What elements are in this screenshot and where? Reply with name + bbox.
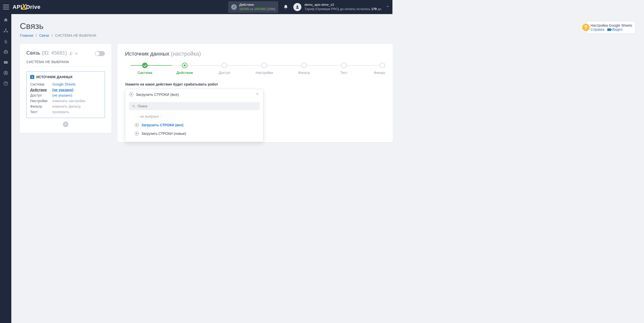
step-finish[interactable]: Финиш <box>364 63 385 75</box>
copy-icon[interactable] <box>69 52 73 56</box>
search-icon <box>132 104 136 108</box>
row-access[interactable]: Доступ (не указано) <box>30 93 101 98</box>
step-test[interactable]: Тест <box>324 63 364 75</box>
app-header: APIXDrive i Действия: 18'055 из 100'000 … <box>0 0 392 14</box>
breadcrumb-home[interactable]: Главная <box>20 33 33 37</box>
gear-icon[interactable] <box>74 52 78 56</box>
source-data-title: 1 ИСТОЧНИК ДАННЫХ <box>30 75 101 79</box>
sidebar-nav <box>0 14 11 197</box>
source-data-box: 1 ИСТОЧНИК ДАННЫХ Система Google Sheets … <box>26 71 105 118</box>
play-icon <box>135 123 139 127</box>
action-selected-value: Загрузить СТРОКИ (все) <box>136 92 256 97</box>
row-settings[interactable]: Настройки изменить настройки <box>30 98 101 104</box>
user-avatar-icon[interactable] <box>293 3 301 11</box>
action-select: Загрузить СТРОКИ (все) - не выбрано - За… <box>125 89 263 142</box>
account-icon[interactable] <box>3 70 8 75</box>
notifications-icon[interactable] <box>283 5 288 10</box>
action-dropdown: - не выбрано - Загрузить СТРОКИ (все) За… <box>125 100 263 142</box>
actions-label: Действия: <box>239 3 275 7</box>
info-icon: i <box>231 4 237 10</box>
step-1-badge: 1 <box>30 75 34 79</box>
action-select-head[interactable]: Загрузить СТРОКИ (все) <box>125 89 263 100</box>
step-access[interactable]: Доступ <box>205 63 244 75</box>
svg-point-3 <box>76 53 77 54</box>
home-icon[interactable] <box>3 18 8 23</box>
main-content: Связь Главная / Связи / СИСТЕМА НЕ ВЫБРА… <box>11 14 392 197</box>
chevron-up-icon <box>256 92 259 97</box>
step-filter[interactable]: Фильтр <box>284 63 324 75</box>
action-search-box <box>129 102 260 110</box>
youtube-icon[interactable] <box>3 60 8 65</box>
add-destination-button[interactable]: + <box>63 122 68 127</box>
connections-icon[interactable] <box>3 28 8 33</box>
page-title: Связь <box>20 21 392 31</box>
svg-point-4 <box>133 105 135 107</box>
row-action[interactable]: Действие (не указано) <box>30 87 101 93</box>
stepper: Система Действие Доступ Настройки Фильтр… <box>125 63 385 75</box>
svg-line-5 <box>134 107 135 107</box>
user-menu-chevron-icon[interactable] <box>386 5 389 9</box>
option-load-new[interactable]: Загрузить СТРОКИ (новые) <box>129 129 260 138</box>
breadcrumb-current: СИСТЕМА НЕ ВЫБРАНА <box>55 33 96 37</box>
breadcrumb: Главная / Связи / СИСТЕМА НЕ ВЫБРАНА <box>20 33 392 37</box>
play-icon <box>129 92 133 96</box>
connection-sub-label: СИСТЕМА НЕ ВЫБРАНА <box>26 60 105 67</box>
connection-card: Связь (ID: 45681) СИСТЕМА НЕ ВЫБРАНА 1 И… <box>20 44 111 133</box>
option-load-all[interactable]: Загрузить СТРОКИ (все) <box>129 121 260 129</box>
billing-icon[interactable] <box>3 39 8 44</box>
tariff-info: Тариф |Премиум PRO| до оплаты осталось 1… <box>304 7 381 11</box>
step-system[interactable]: Система <box>125 63 165 75</box>
help-icon[interactable] <box>3 81 8 86</box>
menu-toggle-button[interactable] <box>3 5 9 9</box>
option-none[interactable]: - не выбрано - <box>129 112 260 121</box>
row-test[interactable]: Тест проверить <box>30 109 101 115</box>
row-system[interactable]: Система Google Sheets <box>30 82 101 87</box>
step-settings[interactable]: Настройки <box>244 63 284 75</box>
step-action[interactable]: Действие <box>165 63 205 75</box>
source-config-card: Источник данных (настройка) Система Дейс… <box>117 44 392 142</box>
briefcase-icon[interactable] <box>3 49 8 54</box>
play-icon <box>135 132 139 136</box>
user-name: demo_apix-drive_s3 <box>304 3 381 7</box>
connection-toggle[interactable] <box>95 51 105 56</box>
source-config-title: Источник данных (настройка) <box>125 51 385 57</box>
actions-values: 18'055 из 100'000 (18%) <box>239 7 275 11</box>
action-section-label: Укажите на какое действие будет срабатыв… <box>125 82 385 86</box>
connection-title: Связь (ID: 45681) <box>26 50 68 56</box>
user-info[interactable]: demo_apix-drive_s3 Тариф |Премиум PRO| д… <box>304 3 381 11</box>
action-search-input[interactable] <box>138 104 257 108</box>
actions-usage-block[interactable]: i Действия: 18'055 из 100'000 (18%) <box>228 1 278 13</box>
app-logo[interactable]: APIXDrive <box>13 3 41 11</box>
breadcrumb-links[interactable]: Связи <box>39 33 49 37</box>
row-filter[interactable]: Фильтр изменить фильтр <box>30 104 101 109</box>
